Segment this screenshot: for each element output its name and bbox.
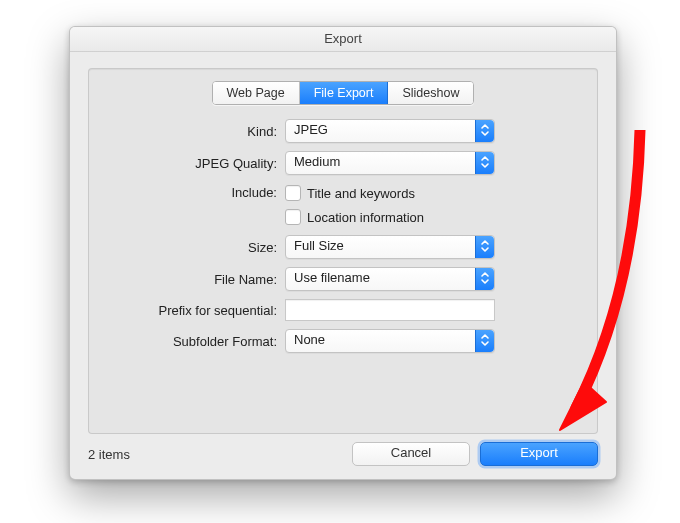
prefix-label: Prefix for sequential:	[105, 303, 285, 318]
include-title-keywords-checkbox[interactable]	[285, 185, 301, 201]
tab-bar-inner: Web Page File Export Slideshow	[212, 81, 475, 105]
filename-select[interactable]: Use filename	[285, 267, 495, 291]
chevrons-icon	[475, 268, 494, 290]
kind-select[interactable]: JPEG	[285, 119, 495, 143]
subfolder-label: Subfolder Format:	[105, 334, 285, 349]
dialog-content: Web Page File Export Slideshow Kind: JPE…	[70, 52, 616, 480]
dialog-footer: 2 items Cancel Export	[88, 442, 598, 466]
filename-label: File Name:	[105, 272, 285, 287]
chevrons-icon	[475, 236, 494, 258]
items-count: 2 items	[88, 447, 130, 462]
size-label: Size:	[105, 240, 285, 255]
kind-value: JPEG	[294, 122, 328, 137]
quality-value: Medium	[294, 154, 340, 169]
subfolder-value: None	[294, 332, 325, 347]
tab-bar: Web Page File Export Slideshow	[105, 81, 581, 105]
include-title-keywords-label: Title and keywords	[307, 186, 415, 201]
chevrons-icon	[475, 152, 494, 174]
include-location-label: Location information	[307, 210, 424, 225]
subfolder-select[interactable]: None	[285, 329, 495, 353]
kind-label: Kind:	[105, 124, 285, 139]
export-button[interactable]: Export	[480, 442, 598, 466]
filename-value: Use filename	[294, 270, 370, 285]
cancel-button[interactable]: Cancel	[352, 442, 470, 466]
options-panel: Web Page File Export Slideshow Kind: JPE…	[88, 68, 598, 434]
quality-label: JPEG Quality:	[105, 156, 285, 171]
window-title: Export	[70, 27, 616, 52]
chevrons-icon	[475, 120, 494, 142]
chevrons-icon	[475, 330, 494, 352]
quality-select[interactable]: Medium	[285, 151, 495, 175]
size-select[interactable]: Full Size	[285, 235, 495, 259]
tab-file-export[interactable]: File Export	[300, 82, 389, 104]
export-dialog: Export Web Page File Export Slideshow Ki…	[69, 26, 617, 480]
prefix-input[interactable]	[285, 299, 495, 321]
tab-web-page[interactable]: Web Page	[213, 82, 300, 104]
include-label: Include:	[105, 183, 285, 200]
tab-slideshow[interactable]: Slideshow	[388, 82, 473, 104]
include-location-checkbox[interactable]	[285, 209, 301, 225]
size-value: Full Size	[294, 238, 344, 253]
